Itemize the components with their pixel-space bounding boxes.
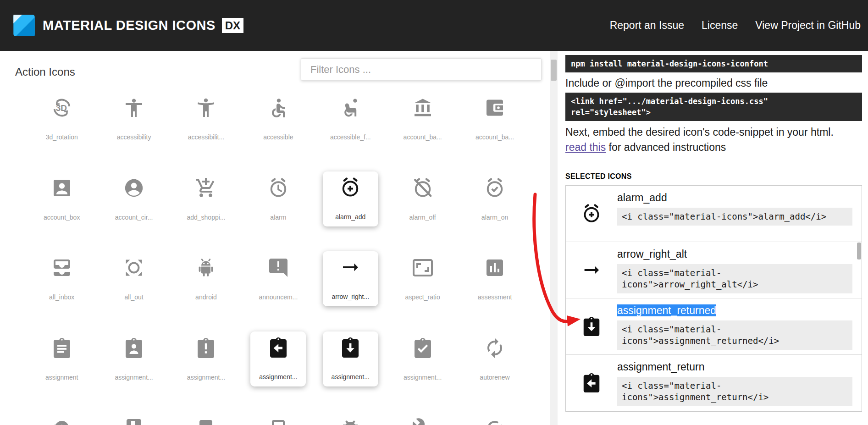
- grid-item-alarm-on[interactable]: alarm_on: [459, 171, 531, 251]
- assignment-return-icon: [566, 355, 617, 411]
- add-shopping-cart-icon: [195, 177, 217, 199]
- grid-item-all-out[interactable]: all_out: [98, 250, 170, 331]
- grid-item-add-shopping-cart[interactable]: add_shoppi...: [170, 171, 242, 251]
- bookmark-border-icon: [267, 417, 289, 425]
- icon-grid-label: assignment: [45, 374, 78, 381]
- grid-item-inner: autorenew: [480, 331, 509, 381]
- selected-row-arrow-right-alt[interactable]: arrow_right_alt<i class="material-icons"…: [566, 242, 862, 298]
- grid-item-android[interactable]: android: [170, 250, 242, 331]
- backup-icon: [51, 417, 73, 425]
- icon-grid-label: assignment...: [187, 374, 225, 381]
- grid-item-assignment[interactable]: assignment: [26, 331, 98, 411]
- selected-icon-name: assignment_return: [617, 360, 852, 373]
- grid-item-accessible[interactable]: accessible: [242, 90, 314, 171]
- all-out-icon: [123, 257, 145, 279]
- grid-item-account-balance-wallet[interactable]: account_ba...: [459, 90, 531, 171]
- icon-grid-label: assignment...: [332, 374, 370, 380]
- grid-item-account-balance[interactable]: account_ba...: [387, 90, 459, 171]
- grid-item-alarm-off[interactable]: alarm_off: [387, 171, 459, 251]
- grid-item-inner: [339, 411, 361, 425]
- grid-item-inner: [267, 411, 289, 425]
- grid-item-inner: assignment...: [250, 331, 306, 386]
- grid-item-account-circle[interactable]: account_cir...: [98, 171, 170, 251]
- grid-item-autorenew[interactable]: autorenew: [459, 331, 531, 411]
- selected-list-scrollbar-thumb[interactable]: [857, 243, 861, 259]
- grid-item-cached[interactable]: [459, 411, 531, 425]
- android-icon: [195, 257, 217, 279]
- left-panel-scrollbar[interactable]: [550, 51, 558, 425]
- grid-item-bookmark-border[interactable]: [242, 411, 314, 425]
- npm-install-code[interactable]: npm install material-design-icons-iconfo…: [565, 55, 862, 72]
- nav-view-project-in-github[interactable]: View Project in GitHub: [755, 19, 861, 32]
- selected-icon-name-text-highlighted: assignment_returned: [617, 304, 716, 316]
- nav-license[interactable]: License: [702, 19, 738, 32]
- brand[interactable]: MATERIAL DESIGN ICONS DX: [12, 13, 243, 38]
- grid-item-account-box[interactable]: account_box: [26, 171, 98, 251]
- grid-item-announcement[interactable]: announcem...: [242, 250, 314, 331]
- grid-item-build[interactable]: [387, 411, 459, 425]
- icon-browser-panel: Action Icons 3D3d_rotationaccessibilitya…: [0, 51, 558, 425]
- icon-grid-label: alarm_on: [481, 214, 508, 221]
- assignment-icon: [51, 337, 73, 359]
- assignment-turned-in-icon: [412, 337, 434, 359]
- selected-icons-heading: SELECTED ICONS: [565, 172, 862, 181]
- selected-row-assignment-returned[interactable]: assignment_returned<i class="material-ic…: [566, 298, 862, 355]
- grid-item-assignment-turned-in[interactable]: assignment...: [387, 331, 459, 411]
- grid-item-inner: assignment: [45, 331, 78, 381]
- account-box-icon: [51, 177, 73, 199]
- grid-item-bookmark[interactable]: [170, 411, 242, 425]
- site-title: MATERIAL DESIGN ICONS: [43, 18, 216, 33]
- grid-item-assignment-ind[interactable]: assignment...: [98, 331, 170, 411]
- grid-item-inner: alarm_add: [323, 171, 378, 226]
- assignment-returned-icon: [339, 337, 361, 359]
- icon-code-snippet[interactable]: <i class="material-icons">arrow_right_al…: [617, 264, 852, 293]
- include-css-text: Include or @import the precompiled css f…: [565, 76, 850, 90]
- grid-item-inner: [123, 411, 145, 425]
- grid-item-bug-report[interactable]: [315, 411, 387, 425]
- header-nav: Report an Issue License View Project in …: [610, 19, 861, 32]
- grid-item-alarm[interactable]: alarm: [242, 171, 314, 251]
- grid-item-arrow-right-alt[interactable]: arrow_right...: [315, 250, 387, 331]
- nav-report-an-issue[interactable]: Report an Issue: [610, 19, 684, 32]
- grid-item-inner: assessment: [478, 250, 512, 300]
- icon-code-snippet[interactable]: <i class="material-icons">alarm_add</i>: [617, 208, 852, 226]
- scrollbar-thumb[interactable]: [551, 60, 557, 81]
- icon-grid-label: autorenew: [480, 374, 509, 381]
- account-circle-icon: [123, 177, 145, 199]
- grid-item-inner: [412, 411, 434, 425]
- selected-row-assignment-return[interactable]: assignment_return<i class="material-icon…: [566, 355, 862, 411]
- grid-item-assignment-return[interactable]: assignment...: [242, 331, 314, 411]
- filter-icons-input[interactable]: [301, 58, 542, 81]
- grid-item-assignment-returned[interactable]: assignment...: [315, 331, 387, 411]
- assignment-returned-icon: [566, 298, 617, 354]
- link-css-code[interactable]: <link href=".../material-design-icons.cs…: [565, 93, 862, 121]
- icon-code-snippet[interactable]: <i class="material-icons">assignment_ret…: [617, 377, 852, 406]
- grid-item-assessment[interactable]: assessment: [459, 250, 531, 331]
- embed-text-after: for advanced instructions: [606, 141, 726, 153]
- grid-item-assignment-late[interactable]: assignment...: [170, 331, 242, 411]
- instructions-panel: npm install material-design-icons-iconfo…: [558, 51, 868, 425]
- grid-item-accessibility-new[interactable]: accessibilit...: [170, 90, 242, 171]
- grid-item-aspect-ratio[interactable]: aspect_ratio: [387, 250, 459, 331]
- icon-grid-label: alarm_add: [335, 214, 365, 220]
- header: MATERIAL DESIGN ICONS DX Report an Issue…: [0, 0, 868, 51]
- grid-item-inner: arrow_right...: [323, 251, 378, 306]
- grid-item-inner: [484, 411, 506, 425]
- alarm-add-icon: [339, 177, 361, 199]
- mdi-logo-icon: [12, 13, 36, 38]
- grid-item-3d-rotation[interactable]: 3D3d_rotation: [26, 90, 98, 171]
- read-this-link[interactable]: read this: [565, 141, 606, 153]
- grid-item-alarm-add[interactable]: alarm_add: [315, 171, 387, 251]
- grid-item-inner: assignment...: [323, 331, 378, 386]
- icon-grid-label: 3d_rotation: [46, 134, 78, 140]
- alarm-icon: [267, 177, 289, 199]
- icon-code-snippet[interactable]: <i class="material-icons">assignment_ret…: [617, 320, 852, 350]
- grid-item-accessible-forward[interactable]: accessible_f...: [315, 90, 387, 171]
- assessment-icon: [484, 257, 506, 279]
- grid-item-accessibility[interactable]: accessibility: [98, 90, 170, 171]
- grid-item-backup[interactable]: [26, 411, 98, 425]
- grid-item-book[interactable]: [98, 411, 170, 425]
- selected-row-alarm-add[interactable]: alarm_add<i class="material-icons">alarm…: [566, 186, 862, 242]
- grid-item-all-inbox[interactable]: all_inbox: [26, 250, 98, 331]
- dx-badge: DX: [222, 18, 243, 33]
